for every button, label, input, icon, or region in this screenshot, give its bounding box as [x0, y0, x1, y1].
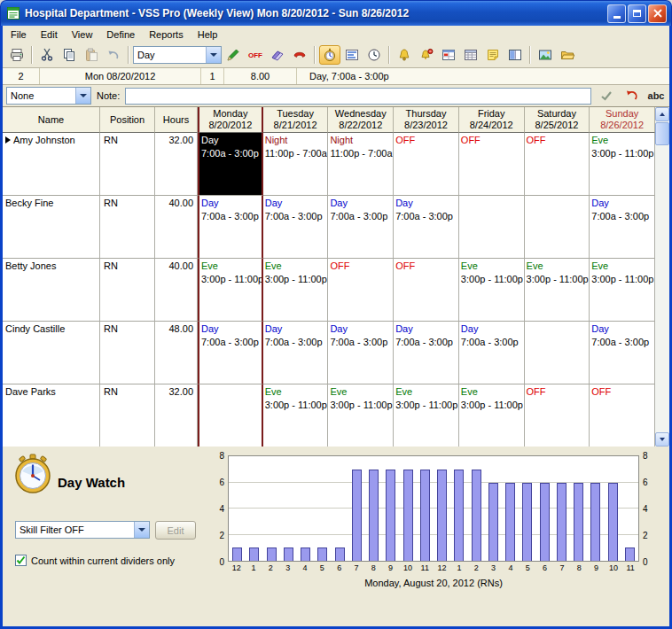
shift-cell[interactable]: Eve3:00p - 11:00p: [198, 259, 263, 322]
shift-cell[interactable]: Day7:00a - 3:00p: [198, 322, 263, 384]
shift-cell[interactable]: Day7:00a - 3:00p: [394, 322, 459, 384]
shift-cell[interactable]: Eve3:00p - 11:00p: [328, 384, 394, 447]
shift-cell[interactable]: Day7:00a - 3:00p: [198, 133, 263, 196]
employee-name[interactable]: Becky Fine: [3, 196, 100, 259]
shift-cell[interactable]: Day7:00a - 3:00p: [459, 322, 525, 384]
note-input[interactable]: [125, 88, 591, 105]
skill-filter-dropdown[interactable]: Skill Filter OFF: [15, 521, 150, 539]
pencil-icon[interactable]: [223, 45, 244, 65]
staffing-levels-icon[interactable]: [341, 45, 363, 65]
shift-cell[interactable]: Day7:00a - 3:00p: [263, 196, 329, 259]
shift-cell[interactable]: Eve3:00p - 11:00p: [263, 384, 329, 447]
close-button[interactable]: [648, 4, 667, 23]
title-bar[interactable]: Hospital Department - VSS Pro (Weekly Vi…: [0, 0, 672, 26]
employee-position[interactable]: RN: [100, 259, 155, 322]
shift-cell[interactable]: Day7:00a - 3:00p: [590, 196, 655, 259]
menu-help[interactable]: Help: [191, 27, 225, 42]
day-header-friday[interactable]: Friday8/24/2012: [459, 107, 525, 133]
shift-cell[interactable]: Night11:00p - 7:00a: [328, 133, 394, 196]
shift-cell[interactable]: OFF: [590, 384, 655, 447]
eraser-icon[interactable]: [267, 45, 288, 65]
shift-cell[interactable]: [525, 196, 590, 259]
undo-icon[interactable]: [103, 45, 124, 65]
shift-cell[interactable]: Eve3:00p - 11:00p: [590, 259, 655, 322]
day-header-thursday[interactable]: Thursday8/23/2012: [394, 107, 459, 133]
shift-cell[interactable]: Day7:00a - 3:00p: [328, 196, 394, 259]
edit-skill-filter-button[interactable]: Edit: [155, 521, 196, 540]
menu-file[interactable]: File: [4, 27, 34, 42]
shift-cell[interactable]: Eve3:00p - 11:00p: [263, 259, 329, 322]
shift-cell[interactable]: Day7:00a - 3:00p: [394, 196, 459, 259]
column-header-hours[interactable]: Hours: [155, 107, 198, 133]
employee-name[interactable]: Amy Johnston: [3, 133, 100, 196]
day-header-tuesday[interactable]: Tuesday8/21/2012: [263, 107, 329, 133]
shift-cell[interactable]: Day7:00a - 3:00p: [198, 196, 263, 259]
shift-cell[interactable]: Day7:00a - 3:00p: [590, 322, 655, 384]
shift-cell[interactable]: OFF: [525, 384, 590, 447]
photo-icon[interactable]: [535, 45, 556, 65]
employee-position[interactable]: RN: [100, 133, 155, 196]
menu-view[interactable]: View: [65, 27, 100, 42]
paste-icon[interactable]: [81, 45, 102, 65]
employee-name[interactable]: Cindy Castille: [3, 322, 100, 384]
folder-icon[interactable]: [557, 45, 578, 65]
shift-cell[interactable]: Eve3:00p - 11:00p: [525, 259, 590, 322]
vertical-scrollbar[interactable]: [655, 107, 669, 447]
scroll-thumb[interactable]: [655, 122, 669, 145]
shift-cell[interactable]: [198, 384, 263, 447]
note-icon[interactable]: [482, 45, 504, 65]
shift-cell[interactable]: [525, 322, 590, 384]
shift-cell[interactable]: OFF: [459, 133, 525, 196]
chevron-down-icon[interactable]: [134, 522, 149, 538]
cut-icon[interactable]: [36, 45, 58, 65]
divider-dropdown[interactable]: None: [6, 87, 91, 105]
day-header-sunday[interactable]: Sunday8/26/2012: [590, 107, 655, 133]
count-dividers-checkbox[interactable]: [15, 555, 27, 566]
confirm-check-icon[interactable]: [597, 87, 616, 105]
chevron-down-icon[interactable]: [75, 88, 90, 104]
scroll-up-button[interactable]: [655, 107, 669, 121]
column-header-position[interactable]: Position: [100, 107, 155, 133]
shift-cell[interactable]: OFF: [394, 259, 459, 322]
shift-cell[interactable]: Day7:00a - 3:00p: [263, 322, 329, 384]
employee-position[interactable]: RN: [100, 322, 155, 384]
employee-position[interactable]: RN: [100, 196, 155, 259]
minimize-button[interactable]: [607, 4, 626, 23]
clock-icon[interactable]: [363, 45, 385, 65]
shift-type-dropdown[interactable]: Day: [133, 46, 222, 64]
shift-cell[interactable]: OFF: [394, 133, 459, 196]
column-header-name[interactable]: Name: [3, 107, 100, 133]
maximize-button[interactable]: [628, 4, 646, 23]
shift-cell[interactable]: Night11:00p - 7:00a: [263, 133, 329, 196]
menu-reports[interactable]: Reports: [142, 27, 191, 42]
revert-note-icon[interactable]: [621, 87, 641, 105]
employee-name[interactable]: Betty Jones: [3, 259, 100, 322]
print-icon[interactable]: [6, 45, 27, 65]
day-header-saturday[interactable]: Saturday8/25/2012: [525, 107, 590, 133]
shift-cell[interactable]: [459, 196, 525, 259]
schedule-icon[interactable]: [438, 45, 459, 65]
shift-cell[interactable]: Eve3:00p - 11:00p: [394, 384, 459, 447]
shift-cell[interactable]: OFF: [328, 259, 394, 322]
alarm-icon[interactable]: [416, 45, 437, 65]
scroll-down-button[interactable]: [655, 432, 669, 447]
copy-icon[interactable]: [59, 45, 80, 65]
columns-icon[interactable]: [504, 45, 526, 65]
shift-cell[interactable]: Day7:00a - 3:00p: [328, 322, 394, 384]
off-icon[interactable]: OFF: [245, 45, 266, 65]
scroll-track[interactable]: [655, 146, 669, 432]
shift-cell[interactable]: Eve3:00p - 11:00p: [459, 259, 525, 322]
menu-edit[interactable]: Edit: [34, 27, 65, 42]
employee-name[interactable]: Dave Parks: [3, 384, 100, 447]
calendar-grid-icon[interactable]: [460, 45, 481, 65]
day-header-wednesday[interactable]: Wednesday8/22/2012: [328, 107, 394, 133]
shift-cell[interactable]: Eve3:00p - 11:00p: [459, 384, 525, 447]
shift-cell[interactable]: Eve3:00p - 11:00p: [590, 133, 655, 196]
bell-icon[interactable]: [394, 45, 415, 65]
spellcheck-button[interactable]: abc: [646, 87, 666, 105]
employee-position[interactable]: RN: [100, 384, 155, 447]
menu-define[interactable]: Define: [99, 27, 142, 42]
daywatch-stopwatch-icon[interactable]: [319, 45, 340, 65]
phone-icon[interactable]: [289, 45, 310, 65]
day-header-monday[interactable]: Monday8/20/2012: [198, 107, 263, 133]
